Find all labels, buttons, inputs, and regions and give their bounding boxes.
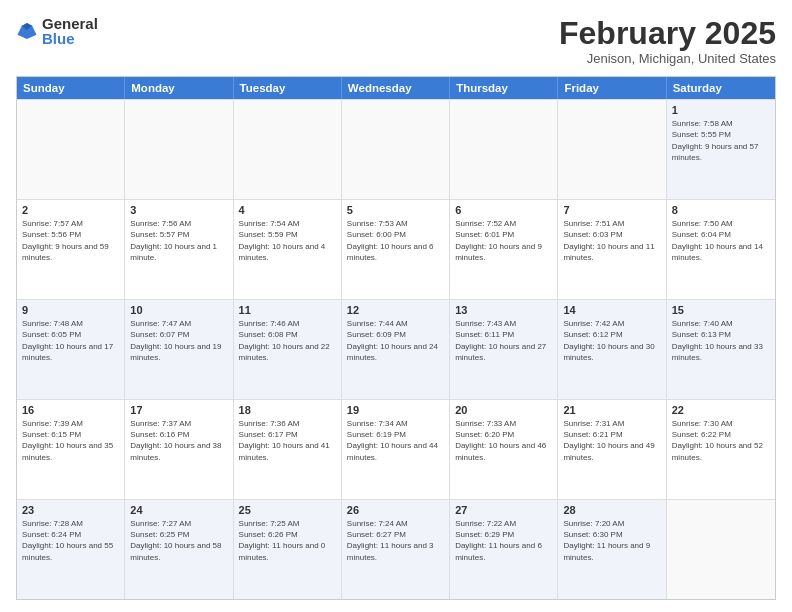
day-number: 2 xyxy=(22,204,119,216)
day-number: 28 xyxy=(563,504,660,516)
day-info: Sunrise: 7:46 AM Sunset: 6:08 PM Dayligh… xyxy=(239,318,336,363)
day-cell-15: 15Sunrise: 7:40 AM Sunset: 6:13 PM Dayli… xyxy=(667,300,775,399)
empty-cell-0-2 xyxy=(234,100,342,199)
day-cell-25: 25Sunrise: 7:25 AM Sunset: 6:26 PM Dayli… xyxy=(234,500,342,599)
weekday-header-thursday: Thursday xyxy=(450,77,558,99)
day-cell-17: 17Sunrise: 7:37 AM Sunset: 6:16 PM Dayli… xyxy=(125,400,233,499)
title-section: February 2025 Jenison, Michigan, United … xyxy=(559,16,776,66)
day-cell-6: 6Sunrise: 7:52 AM Sunset: 6:01 PM Daylig… xyxy=(450,200,558,299)
day-cell-26: 26Sunrise: 7:24 AM Sunset: 6:27 PM Dayli… xyxy=(342,500,450,599)
calendar-page: General Blue February 2025 Jenison, Mich… xyxy=(0,0,792,612)
day-cell-23: 23Sunrise: 7:28 AM Sunset: 6:24 PM Dayli… xyxy=(17,500,125,599)
day-cell-10: 10Sunrise: 7:47 AM Sunset: 6:07 PM Dayli… xyxy=(125,300,233,399)
day-info: Sunrise: 7:56 AM Sunset: 5:57 PM Dayligh… xyxy=(130,218,227,263)
logo-general: General xyxy=(42,16,98,31)
day-info: Sunrise: 7:44 AM Sunset: 6:09 PM Dayligh… xyxy=(347,318,444,363)
day-number: 14 xyxy=(563,304,660,316)
weekday-header-sunday: Sunday xyxy=(17,77,125,99)
weekday-header-monday: Monday xyxy=(125,77,233,99)
month-title: February 2025 xyxy=(559,16,776,51)
day-number: 23 xyxy=(22,504,119,516)
day-number: 7 xyxy=(563,204,660,216)
day-cell-12: 12Sunrise: 7:44 AM Sunset: 6:09 PM Dayli… xyxy=(342,300,450,399)
day-number: 5 xyxy=(347,204,444,216)
location: Jenison, Michigan, United States xyxy=(559,51,776,66)
day-cell-22: 22Sunrise: 7:30 AM Sunset: 6:22 PM Dayli… xyxy=(667,400,775,499)
day-info: Sunrise: 7:24 AM Sunset: 6:27 PM Dayligh… xyxy=(347,518,444,563)
day-number: 25 xyxy=(239,504,336,516)
day-cell-18: 18Sunrise: 7:36 AM Sunset: 6:17 PM Dayli… xyxy=(234,400,342,499)
day-info: Sunrise: 7:50 AM Sunset: 6:04 PM Dayligh… xyxy=(672,218,770,263)
empty-cell-0-0 xyxy=(17,100,125,199)
calendar-row-3: 16Sunrise: 7:39 AM Sunset: 6:15 PM Dayli… xyxy=(17,399,775,499)
day-info: Sunrise: 7:51 AM Sunset: 6:03 PM Dayligh… xyxy=(563,218,660,263)
day-cell-14: 14Sunrise: 7:42 AM Sunset: 6:12 PM Dayli… xyxy=(558,300,666,399)
day-number: 16 xyxy=(22,404,119,416)
day-number: 17 xyxy=(130,404,227,416)
day-number: 13 xyxy=(455,304,552,316)
day-number: 12 xyxy=(347,304,444,316)
day-cell-1: 1Sunrise: 7:58 AM Sunset: 5:55 PM Daylig… xyxy=(667,100,775,199)
day-cell-24: 24Sunrise: 7:27 AM Sunset: 6:25 PM Dayli… xyxy=(125,500,233,599)
day-info: Sunrise: 7:47 AM Sunset: 6:07 PM Dayligh… xyxy=(130,318,227,363)
day-cell-13: 13Sunrise: 7:43 AM Sunset: 6:11 PM Dayli… xyxy=(450,300,558,399)
day-number: 4 xyxy=(239,204,336,216)
day-info: Sunrise: 7:54 AM Sunset: 5:59 PM Dayligh… xyxy=(239,218,336,263)
day-info: Sunrise: 7:57 AM Sunset: 5:56 PM Dayligh… xyxy=(22,218,119,263)
day-number: 10 xyxy=(130,304,227,316)
day-number: 9 xyxy=(22,304,119,316)
day-number: 21 xyxy=(563,404,660,416)
calendar-body: 1Sunrise: 7:58 AM Sunset: 5:55 PM Daylig… xyxy=(17,99,775,599)
day-info: Sunrise: 7:58 AM Sunset: 5:55 PM Dayligh… xyxy=(672,118,770,163)
logo: General Blue xyxy=(16,16,98,46)
day-number: 27 xyxy=(455,504,552,516)
day-number: 1 xyxy=(672,104,770,116)
day-info: Sunrise: 7:52 AM Sunset: 6:01 PM Dayligh… xyxy=(455,218,552,263)
logo-blue: Blue xyxy=(42,31,98,46)
calendar-row-1: 2Sunrise: 7:57 AM Sunset: 5:56 PM Daylig… xyxy=(17,199,775,299)
day-number: 6 xyxy=(455,204,552,216)
day-info: Sunrise: 7:30 AM Sunset: 6:22 PM Dayligh… xyxy=(672,418,770,463)
day-cell-27: 27Sunrise: 7:22 AM Sunset: 6:29 PM Dayli… xyxy=(450,500,558,599)
weekday-header-friday: Friday xyxy=(558,77,666,99)
calendar-row-2: 9Sunrise: 7:48 AM Sunset: 6:05 PM Daylig… xyxy=(17,299,775,399)
day-cell-21: 21Sunrise: 7:31 AM Sunset: 6:21 PM Dayli… xyxy=(558,400,666,499)
day-number: 11 xyxy=(239,304,336,316)
day-info: Sunrise: 7:34 AM Sunset: 6:19 PM Dayligh… xyxy=(347,418,444,463)
day-cell-28: 28Sunrise: 7:20 AM Sunset: 6:30 PM Dayli… xyxy=(558,500,666,599)
day-number: 19 xyxy=(347,404,444,416)
calendar-row-4: 23Sunrise: 7:28 AM Sunset: 6:24 PM Dayli… xyxy=(17,499,775,599)
calendar-header: SundayMondayTuesdayWednesdayThursdayFrid… xyxy=(17,77,775,99)
weekday-header-wednesday: Wednesday xyxy=(342,77,450,99)
day-number: 15 xyxy=(672,304,770,316)
day-number: 3 xyxy=(130,204,227,216)
day-info: Sunrise: 7:33 AM Sunset: 6:20 PM Dayligh… xyxy=(455,418,552,463)
day-info: Sunrise: 7:31 AM Sunset: 6:21 PM Dayligh… xyxy=(563,418,660,463)
page-header: General Blue February 2025 Jenison, Mich… xyxy=(16,16,776,66)
weekday-header-tuesday: Tuesday xyxy=(234,77,342,99)
day-info: Sunrise: 7:22 AM Sunset: 6:29 PM Dayligh… xyxy=(455,518,552,563)
day-info: Sunrise: 7:36 AM Sunset: 6:17 PM Dayligh… xyxy=(239,418,336,463)
day-info: Sunrise: 7:48 AM Sunset: 6:05 PM Dayligh… xyxy=(22,318,119,363)
day-cell-5: 5Sunrise: 7:53 AM Sunset: 6:00 PM Daylig… xyxy=(342,200,450,299)
logo-text: General Blue xyxy=(42,16,98,46)
day-info: Sunrise: 7:43 AM Sunset: 6:11 PM Dayligh… xyxy=(455,318,552,363)
calendar: SundayMondayTuesdayWednesdayThursdayFrid… xyxy=(16,76,776,600)
day-info: Sunrise: 7:25 AM Sunset: 6:26 PM Dayligh… xyxy=(239,518,336,563)
day-info: Sunrise: 7:39 AM Sunset: 6:15 PM Dayligh… xyxy=(22,418,119,463)
day-cell-7: 7Sunrise: 7:51 AM Sunset: 6:03 PM Daylig… xyxy=(558,200,666,299)
weekday-header-saturday: Saturday xyxy=(667,77,775,99)
day-cell-3: 3Sunrise: 7:56 AM Sunset: 5:57 PM Daylig… xyxy=(125,200,233,299)
day-number: 24 xyxy=(130,504,227,516)
day-cell-11: 11Sunrise: 7:46 AM Sunset: 6:08 PM Dayli… xyxy=(234,300,342,399)
day-cell-16: 16Sunrise: 7:39 AM Sunset: 6:15 PM Dayli… xyxy=(17,400,125,499)
day-number: 22 xyxy=(672,404,770,416)
day-info: Sunrise: 7:20 AM Sunset: 6:30 PM Dayligh… xyxy=(563,518,660,563)
day-cell-19: 19Sunrise: 7:34 AM Sunset: 6:19 PM Dayli… xyxy=(342,400,450,499)
day-cell-9: 9Sunrise: 7:48 AM Sunset: 6:05 PM Daylig… xyxy=(17,300,125,399)
day-cell-20: 20Sunrise: 7:33 AM Sunset: 6:20 PM Dayli… xyxy=(450,400,558,499)
day-info: Sunrise: 7:37 AM Sunset: 6:16 PM Dayligh… xyxy=(130,418,227,463)
calendar-row-0: 1Sunrise: 7:58 AM Sunset: 5:55 PM Daylig… xyxy=(17,99,775,199)
empty-cell-0-5 xyxy=(558,100,666,199)
empty-cell-4-6 xyxy=(667,500,775,599)
